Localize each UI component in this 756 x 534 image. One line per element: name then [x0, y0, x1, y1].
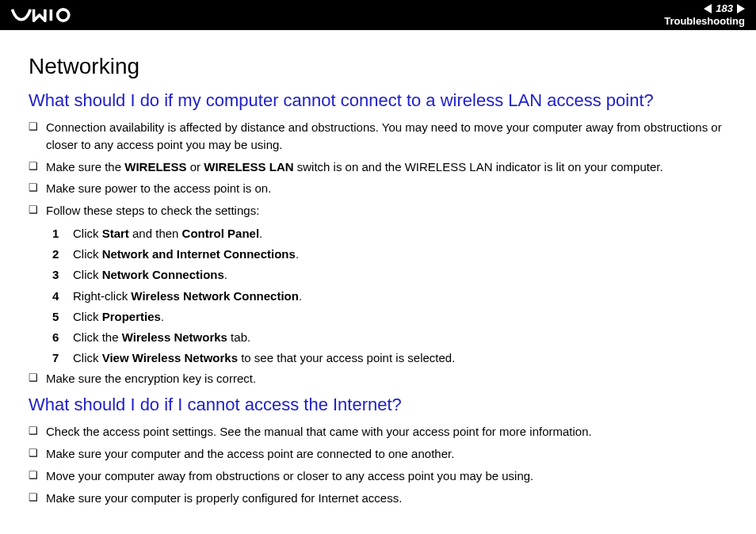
step-text: Right-click Wireless Network Connection.	[73, 287, 727, 305]
page-number: 183	[713, 3, 735, 14]
section-name: Troubleshooting	[664, 16, 745, 27]
step-text: Click Network and Internet Connections.	[73, 245, 727, 263]
list-item: ❑Make sure power to the access point is …	[29, 180, 727, 197]
bullet-icon: ❑	[29, 445, 46, 462]
step-item: 5Click Properties.	[52, 307, 727, 326]
step-text: Click Network Connections.	[73, 265, 727, 284]
step-text: Click Start and then Control Panel.	[73, 224, 727, 242]
page-header: 183 Troubleshooting	[0, 0, 756, 30]
step-text: Click View Wireless Networks to see that…	[73, 349, 727, 367]
q1-bullets: ❑Connection availability is affected by …	[29, 119, 727, 219]
list-item: ❑Check the access point settings. See th…	[29, 423, 727, 441]
step-number: 1	[52, 224, 73, 242]
step-number: 6	[52, 328, 73, 346]
list-item: ❑Make sure the WIRELESS or WIRELESS LAN …	[29, 158, 727, 176]
q2-bullets: ❑Check the access point settings. See th…	[29, 423, 727, 506]
next-page-arrow-icon[interactable]	[737, 4, 745, 13]
bullet-icon: ❑	[29, 423, 46, 440]
vaio-logo-svg	[11, 7, 90, 23]
bullet-icon: ❑	[29, 158, 46, 175]
header-right: 183 Troubleshooting	[664, 3, 745, 28]
vaio-logo	[11, 7, 90, 23]
bullet-text: Follow these steps to check the settings…	[46, 202, 727, 219]
bullet-text: Make sure your computer and the access p…	[46, 445, 727, 463]
bullet-text: Move your computer away from obstruction…	[46, 467, 727, 485]
step-item: 7Click View Wireless Networks to see tha…	[52, 349, 727, 367]
prev-page-arrow-icon[interactable]	[704, 4, 712, 13]
bullet-text: Make sure the encryption key is correct.	[46, 370, 727, 387]
bullet-text: Check the access point settings. See the…	[46, 423, 727, 441]
page-content: Networking What should I do if my comput…	[0, 30, 756, 506]
page-title: Networking	[29, 54, 727, 79]
list-item: ❑Make sure your computer is properly con…	[29, 490, 727, 507]
step-number: 2	[52, 245, 73, 263]
bullet-icon: ❑	[29, 202, 46, 219]
list-item: ❑Follow these steps to check the setting…	[29, 202, 727, 219]
list-item: ❑Move your computer away from obstructio…	[29, 467, 727, 485]
step-number: 3	[52, 265, 73, 284]
step-text: Click the Wireless Networks tab.	[73, 328, 727, 346]
bullet-icon: ❑	[29, 119, 46, 135]
list-item: ❑Make sure the encryption key is correct…	[29, 370, 727, 387]
bullet-icon: ❑	[29, 490, 46, 506]
svg-rect-0	[50, 10, 53, 21]
bullet-text: Connection availability is affected by d…	[46, 119, 727, 154]
list-item: ❑Make sure your computer and the access …	[29, 445, 727, 463]
step-item: 1Click Start and then Control Panel.	[52, 224, 727, 242]
svg-point-1	[58, 10, 69, 21]
q1-bullets-2: ❑Make sure the encryption key is correct…	[29, 370, 727, 387]
bullet-text: Make sure power to the access point is o…	[46, 180, 727, 197]
page-nav: 183	[664, 3, 745, 14]
step-number: 4	[52, 287, 73, 305]
step-number: 5	[52, 307, 73, 326]
bullet-text: Make sure your computer is properly conf…	[46, 490, 727, 507]
step-item: 6Click the Wireless Networks tab.	[52, 328, 727, 346]
question-heading-2: What should I do if I cannot access the …	[29, 395, 727, 415]
step-number: 7	[52, 349, 73, 367]
step-item: 3Click Network Connections.	[52, 265, 727, 284]
bullet-icon: ❑	[29, 370, 46, 387]
bullet-text: Make sure the WIRELESS or WIRELESS LAN s…	[46, 158, 727, 176]
list-item: ❑Connection availability is affected by …	[29, 119, 727, 154]
question-heading-1: What should I do if my computer cannot c…	[29, 90, 727, 111]
q1-steps: 1Click Start and then Control Panel. 2Cl…	[52, 224, 727, 368]
step-item: 2Click Network and Internet Connections.	[52, 245, 727, 263]
step-item: 4Right-click Wireless Network Connection…	[52, 287, 727, 305]
step-text: Click Properties.	[73, 307, 727, 326]
bullet-icon: ❑	[29, 467, 46, 484]
bullet-icon: ❑	[29, 180, 46, 196]
